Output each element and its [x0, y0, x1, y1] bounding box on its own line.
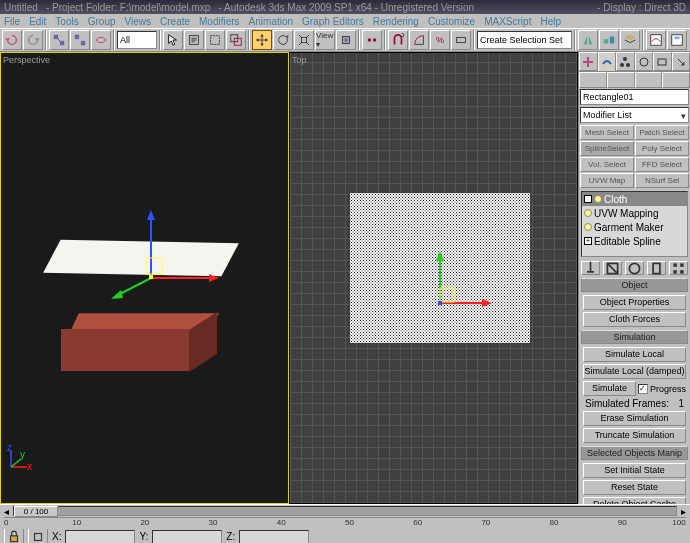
menu-rendering[interactable]: Rendering — [373, 16, 419, 27]
angle-snap-button[interactable] — [409, 30, 429, 50]
set-poly-select[interactable]: Poly Select — [635, 141, 689, 156]
move-button[interactable] — [252, 30, 272, 50]
simulate-local-damped-button[interactable]: Simulate Local (damped) — [583, 364, 686, 379]
simulate-local-button[interactable]: Simulate Local — [583, 347, 686, 362]
window-crossing-button[interactable] — [226, 30, 246, 50]
erase-simulation-button[interactable]: Erase Simulation — [583, 411, 686, 426]
bulb-icon[interactable] — [584, 209, 592, 217]
truncate-simulation-button[interactable]: Truncate Simulation — [583, 428, 686, 443]
bind-spacewarp-button[interactable] — [91, 30, 111, 50]
menu-group[interactable]: Group — [88, 16, 116, 27]
make-unique-button[interactable] — [625, 261, 644, 275]
move-gizmo[interactable] — [111, 208, 231, 310]
subtab-3[interactable] — [635, 72, 663, 88]
set-vol-select[interactable]: Vol. Select — [580, 157, 634, 172]
set-ffd-select[interactable]: FFD Select — [635, 157, 689, 172]
set-mesh-select[interactable]: Mesh Select — [580, 125, 634, 140]
time-prev-icon[interactable]: ◂ — [4, 506, 9, 517]
rollout-selected-objects[interactable]: Selected Objects Manip — [581, 446, 688, 460]
move-gizmo-top[interactable] — [420, 243, 500, 325]
set-nsurf-sel[interactable]: NSurf Sel — [635, 173, 689, 188]
menu-file[interactable]: File — [4, 16, 20, 27]
set-patch-select[interactable]: Patch Select — [635, 125, 689, 140]
subtab-1[interactable] — [579, 72, 607, 88]
show-end-result-button[interactable] — [603, 261, 622, 275]
coord-z-field[interactable] — [239, 530, 309, 544]
redo-button[interactable] — [23, 30, 43, 50]
subtab-2[interactable] — [607, 72, 635, 88]
coord-y-field[interactable] — [152, 530, 222, 544]
refcoord-dropdown[interactable]: View ▾ — [315, 30, 335, 50]
unlink-button[interactable] — [70, 30, 90, 50]
cloth-forces-button[interactable]: Cloth Forces — [583, 312, 686, 327]
align-button[interactable] — [599, 30, 619, 50]
create-tab[interactable] — [579, 52, 598, 71]
link-button[interactable] — [49, 30, 69, 50]
menu-create[interactable]: Create — [160, 16, 190, 27]
spinner-snap-button[interactable] — [451, 30, 471, 50]
named-selection-set-dropdown[interactable]: Create Selection Set — [477, 31, 572, 49]
menu-customize[interactable]: Customize — [428, 16, 475, 27]
viewport-top[interactable]: Top — [289, 52, 578, 504]
stack-item-uvw[interactable]: UVW Mapping — [582, 206, 687, 220]
menu-views[interactable]: Views — [125, 16, 152, 27]
mirror-button[interactable] — [578, 30, 598, 50]
time-slider[interactable]: ◂ 0 / 100 ▸ — [0, 505, 690, 517]
time-next-icon[interactable]: ▸ — [681, 506, 686, 517]
hierarchy-tab[interactable] — [616, 52, 635, 71]
stack-item-spline[interactable]: +Editable Spline — [582, 234, 687, 248]
menu-edit[interactable]: Edit — [29, 16, 46, 27]
menu-maxscript[interactable]: MAXScript — [484, 16, 531, 27]
menu-tools[interactable]: Tools — [55, 16, 78, 27]
motion-tab[interactable] — [635, 52, 654, 71]
expand-icon[interactable]: + — [584, 195, 592, 203]
rollout-simulation[interactable]: Simulation — [581, 330, 688, 344]
time-slider-handle[interactable]: 0 / 100 — [14, 506, 58, 517]
rollout-object[interactable]: Object — [581, 278, 688, 292]
scale-button[interactable] — [294, 30, 314, 50]
select-by-name-button[interactable] — [184, 30, 204, 50]
percent-snap-button[interactable]: % — [430, 30, 450, 50]
expand-icon[interactable]: + — [584, 237, 592, 245]
object-name-field[interactable]: Rectangle01 — [580, 89, 689, 105]
schematic-view-button[interactable] — [667, 30, 687, 50]
menu-animation[interactable]: Animation — [249, 16, 293, 27]
remove-modifier-button[interactable] — [647, 261, 666, 275]
bulb-icon[interactable] — [584, 223, 592, 231]
snap-toggle-button[interactable]: 3 — [388, 30, 408, 50]
utilities-tab[interactable] — [672, 52, 691, 71]
modify-subtabs — [579, 72, 690, 88]
modifier-stack[interactable]: +Cloth UVW Mapping Garment Maker +Editab… — [581, 191, 688, 257]
menu-help[interactable]: Help — [540, 16, 561, 27]
set-initial-state-button[interactable]: Set Initial State — [583, 463, 686, 478]
modify-tab[interactable] — [598, 52, 617, 71]
pin-stack-button[interactable] — [581, 261, 600, 275]
layers-button[interactable] — [620, 30, 640, 50]
reset-state-button[interactable]: Reset State — [583, 480, 686, 495]
stack-item-garment[interactable]: Garment Maker — [582, 220, 687, 234]
bulb-icon[interactable] — [594, 195, 602, 203]
undo-button[interactable] — [2, 30, 22, 50]
selection-filter-dropdown[interactable]: All — [117, 31, 157, 49]
display-tab[interactable] — [653, 52, 672, 71]
pivot-button[interactable] — [336, 30, 356, 50]
menu-modifiers[interactable]: Modifiers — [199, 16, 240, 27]
set-uvw-map[interactable]: UVW Map — [580, 173, 634, 188]
select-button[interactable] — [163, 30, 183, 50]
menu-grapheditors[interactable]: Graph Editors — [302, 16, 364, 27]
rotate-button[interactable] — [273, 30, 293, 50]
viewport-perspective[interactable]: Perspective zxy — [0, 52, 289, 504]
configure-sets-button[interactable] — [669, 261, 688, 275]
select-region-button[interactable] — [205, 30, 225, 50]
set-spline-select[interactable]: SplineSelect — [580, 141, 634, 156]
progress-checkbox[interactable]: ✓ — [638, 384, 648, 394]
simulate-button[interactable]: Simulate — [583, 381, 636, 396]
stack-item-cloth[interactable]: +Cloth — [582, 192, 687, 206]
modifier-list-dropdown[interactable]: Modifier List — [580, 107, 689, 123]
delete-object-cache-button[interactable]: Delete Object Cache — [583, 497, 686, 504]
curve-editor-button[interactable] — [646, 30, 666, 50]
coord-x-field[interactable] — [65, 530, 135, 544]
manipulate-button[interactable] — [362, 30, 382, 50]
object-properties-button[interactable]: Object Properties — [583, 295, 686, 310]
subtab-4[interactable] — [662, 72, 690, 88]
